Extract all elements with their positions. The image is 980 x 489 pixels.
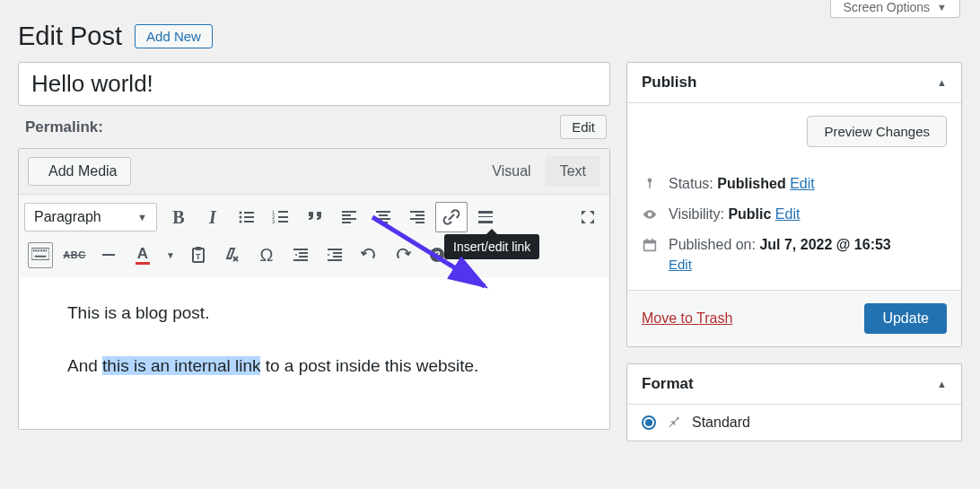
numbered-list-button[interactable]: 123 xyxy=(265,202,297,232)
publish-heading: Publish xyxy=(642,74,696,92)
text-color-button[interactable]: A xyxy=(127,240,159,270)
svg-rect-5 xyxy=(244,221,254,223)
clear-formatting-button[interactable] xyxy=(216,240,249,270)
chevron-up-icon: ▲ xyxy=(937,379,947,389)
svg-rect-13 xyxy=(342,214,351,216)
svg-rect-52 xyxy=(652,239,653,241)
permalink-label: Permalink: xyxy=(25,118,103,136)
format-heading: Format xyxy=(642,375,694,393)
add-media-button[interactable]: Add Media xyxy=(28,157,131,186)
svg-rect-17 xyxy=(379,214,388,216)
calendar-icon xyxy=(642,238,658,252)
strikethrough-button[interactable]: ABC xyxy=(58,240,91,270)
svg-rect-9 xyxy=(278,216,288,218)
svg-rect-31 xyxy=(40,249,42,251)
blockquote-button[interactable] xyxy=(299,202,331,232)
special-character-button[interactable]: Ω xyxy=(250,240,283,270)
visibility-icon xyxy=(642,207,658,222)
publish-panel: Publish ▲ Preview Changes Status: Publis… xyxy=(626,62,962,347)
svg-text:3: 3 xyxy=(272,219,276,224)
svg-point-0 xyxy=(240,212,242,214)
screen-options-label: Screen Options xyxy=(844,0,931,14)
post-title-input[interactable] xyxy=(18,62,610,106)
format-dropdown[interactable]: Paragraph ▼ xyxy=(24,203,157,231)
published-edit-link[interactable]: Edit xyxy=(642,257,947,272)
toolbar-toggle-button[interactable] xyxy=(24,240,57,270)
format-dropdown-label: Paragraph xyxy=(34,209,101,225)
add-new-button[interactable]: Add New xyxy=(135,24,213,48)
svg-rect-44 xyxy=(333,256,342,258)
permalink-url xyxy=(114,118,549,137)
svg-rect-38 xyxy=(293,249,308,250)
format-panel: Format ▲ Standard xyxy=(626,363,962,441)
svg-rect-15 xyxy=(342,222,351,223)
bullet-list-button[interactable] xyxy=(231,202,263,232)
italic-button[interactable]: I xyxy=(197,202,229,232)
svg-rect-43 xyxy=(333,252,342,254)
svg-rect-33 xyxy=(45,249,47,251)
chevron-down-icon: ▼ xyxy=(137,212,147,223)
move-to-trash-link[interactable]: Move to Trash xyxy=(642,310,732,327)
tab-visual[interactable]: Visual xyxy=(477,156,545,187)
svg-rect-18 xyxy=(376,218,390,220)
svg-rect-45 xyxy=(328,259,342,261)
svg-rect-28 xyxy=(33,249,35,251)
svg-rect-42 xyxy=(328,249,342,250)
paste-text-button[interactable]: T xyxy=(182,240,214,270)
read-more-button[interactable] xyxy=(469,202,502,232)
svg-rect-21 xyxy=(416,214,424,216)
status-edit-link[interactable]: Edit xyxy=(790,176,815,191)
svg-rect-1 xyxy=(244,212,254,214)
svg-rect-40 xyxy=(299,256,308,258)
redo-button[interactable] xyxy=(387,240,419,270)
svg-rect-34 xyxy=(35,255,47,257)
abc-strike-icon: ABC xyxy=(63,249,85,260)
bold-button[interactable]: B xyxy=(162,202,195,232)
visibility-edit-link[interactable]: Edit xyxy=(775,206,801,222)
svg-rect-16 xyxy=(376,211,390,213)
format-option-standard[interactable]: Standard xyxy=(627,405,961,441)
radio-checked-icon xyxy=(642,415,656,430)
svg-rect-25 xyxy=(478,216,493,217)
insert-link-button[interactable] xyxy=(435,202,468,232)
format-option-label: Standard xyxy=(692,415,750,431)
svg-rect-41 xyxy=(293,259,308,261)
outdent-button[interactable] xyxy=(284,240,317,270)
text-color-icon: A xyxy=(136,246,150,265)
update-button[interactable]: Update xyxy=(864,303,947,334)
svg-rect-3 xyxy=(244,216,254,218)
fullscreen-button[interactable] xyxy=(572,202,604,232)
svg-rect-12 xyxy=(342,211,356,213)
align-right-button[interactable] xyxy=(401,202,433,232)
screen-options-toggle[interactable]: Screen Options ▼ xyxy=(830,0,960,18)
svg-rect-26 xyxy=(478,221,493,223)
pushpin-icon xyxy=(667,414,681,432)
svg-rect-20 xyxy=(410,211,424,213)
svg-text:T: T xyxy=(196,252,201,261)
text-color-dropdown[interactable]: ▼ xyxy=(161,240,180,270)
svg-rect-22 xyxy=(410,218,424,220)
help-button[interactable]: ? xyxy=(421,240,453,270)
svg-rect-19 xyxy=(379,222,388,223)
chevron-down-icon: ▼ xyxy=(937,2,947,13)
keyboard-icon xyxy=(28,242,53,268)
indent-button[interactable] xyxy=(319,240,351,270)
align-left-button[interactable] xyxy=(333,202,365,232)
publish-panel-toggle[interactable]: Publish ▲ xyxy=(627,63,961,103)
svg-rect-11 xyxy=(278,221,288,223)
add-media-label: Add Media xyxy=(48,163,118,179)
permalink-edit-button[interactable]: Edit xyxy=(560,115,607,139)
svg-rect-7 xyxy=(278,211,288,213)
hr-icon xyxy=(102,254,115,256)
pin-icon xyxy=(642,177,658,191)
preview-changes-button[interactable]: Preview Changes xyxy=(807,116,947,147)
undo-button[interactable] xyxy=(353,240,385,270)
align-center-button[interactable] xyxy=(367,202,399,232)
tab-text[interactable]: Text xyxy=(546,156,600,187)
format-panel-toggle[interactable]: Format ▲ xyxy=(627,364,961,405)
horizontal-rule-button[interactable] xyxy=(92,240,125,270)
content-paragraph: And this is an internal link to a post i… xyxy=(67,354,561,380)
editor-content[interactable]: This is a blog post. And this is an inte… xyxy=(19,277,609,429)
editor: Add Media Visual Text Paragraph ▼ B I xyxy=(18,148,610,430)
svg-rect-23 xyxy=(416,222,424,223)
